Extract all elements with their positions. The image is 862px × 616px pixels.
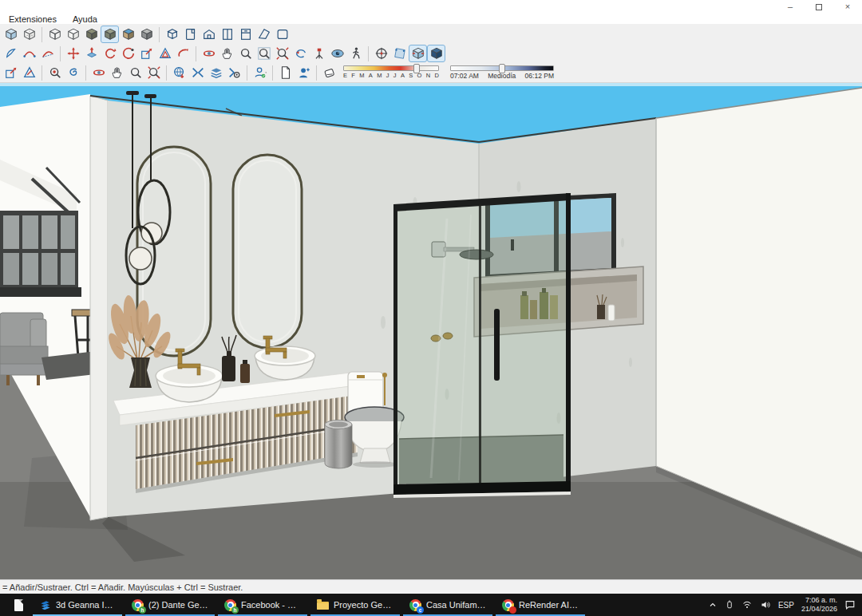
toolbar-separator bbox=[196, 46, 196, 61]
keyboard-language[interactable]: ESP bbox=[778, 601, 794, 610]
new-file-tool-icon bbox=[279, 65, 293, 80]
push-pull-tool-button[interactable] bbox=[82, 45, 101, 62]
extension-layers-button[interactable] bbox=[207, 64, 225, 81]
extension-flip-button[interactable] bbox=[188, 64, 207, 81]
toolbar-separator bbox=[368, 46, 369, 61]
zoom-photo-tool-button[interactable] bbox=[45, 64, 64, 81]
swirl-tool-icon bbox=[66, 65, 81, 80]
clock[interactable]: 7:06 a. m. 21/04/2026 bbox=[801, 596, 837, 614]
taskbar-app-2[interactable]: h(2) Dante Gebel #94... bbox=[125, 594, 216, 616]
colored-cube-button[interactable] bbox=[119, 26, 137, 43]
scale-tool-button[interactable] bbox=[137, 45, 156, 62]
hidden-line-cube-button[interactable] bbox=[64, 26, 82, 43]
menu-item-extensiones[interactable]: Extensiones bbox=[9, 14, 57, 24]
pie-tool-icon bbox=[4, 46, 18, 61]
walk-tool-button[interactable] bbox=[346, 45, 365, 62]
trash-can[interactable] bbox=[325, 421, 352, 469]
cabinet-tool-button[interactable] bbox=[236, 26, 255, 43]
zoom-photo-tool-icon bbox=[48, 65, 62, 80]
move-tool-button[interactable] bbox=[64, 45, 82, 62]
app-badge bbox=[509, 606, 516, 614]
orbit-tool-button[interactable] bbox=[200, 45, 218, 62]
wireframe-cube-button[interactable] bbox=[45, 26, 64, 43]
volume-icon[interactable] bbox=[760, 600, 771, 610]
zoom-tool-2-button[interactable] bbox=[126, 64, 144, 81]
shaded-cube-button[interactable] bbox=[82, 26, 101, 43]
scale-box-tool-button[interactable] bbox=[2, 64, 20, 81]
tray-chevron-up-icon[interactable] bbox=[708, 600, 718, 610]
pan-tool-2-button[interactable] bbox=[108, 64, 126, 81]
follow-me-tool-icon bbox=[121, 46, 136, 61]
previous-view-tool-button[interactable] bbox=[291, 45, 310, 62]
viewport-3d-scene[interactable] bbox=[0, 83, 862, 579]
zoom-extents-tool-2-button[interactable] bbox=[144, 64, 163, 81]
textured-cube-button[interactable] bbox=[101, 26, 119, 43]
pan-tool-button[interactable] bbox=[218, 45, 236, 62]
look-at-tool-button[interactable] bbox=[372, 45, 390, 62]
follow-me-tool-button[interactable] bbox=[119, 45, 137, 62]
two-point-arc-button[interactable] bbox=[20, 45, 38, 62]
section-fill-toggle-button[interactable] bbox=[427, 45, 445, 62]
scale-box-tool-icon bbox=[4, 65, 18, 80]
taskbar-app-1[interactable]: 3d Geanna Interior ... bbox=[32, 594, 123, 616]
swirl-tool-button[interactable] bbox=[64, 64, 82, 81]
month-label: J bbox=[386, 72, 389, 79]
shadow-month-slider[interactable] bbox=[343, 65, 439, 71]
taskbar-app-5[interactable]: cCasa Unifamiliar en... bbox=[402, 594, 493, 616]
section-plane-tool-button[interactable] bbox=[390, 45, 409, 62]
xray-cube-button[interactable] bbox=[2, 26, 20, 43]
extension-globe-button[interactable] bbox=[170, 64, 188, 81]
monochrome-cube-button[interactable] bbox=[137, 26, 156, 43]
mirror-right[interactable] bbox=[233, 155, 302, 348]
shaded-cube-icon bbox=[85, 27, 99, 41]
window-tool-button[interactable] bbox=[218, 26, 236, 43]
shadow-toggle-button[interactable] bbox=[320, 64, 338, 81]
sofa[interactable] bbox=[0, 313, 48, 385]
minimize-button[interactable]: – bbox=[776, 1, 805, 14]
rotate-tool-button[interactable] bbox=[101, 45, 119, 62]
orbit-tool-2-button[interactable] bbox=[89, 64, 108, 81]
new-file-tool-button[interactable] bbox=[276, 64, 295, 81]
axes-warning-tool-button[interactable] bbox=[20, 64, 38, 81]
house-tool-button[interactable] bbox=[200, 26, 218, 43]
folder-icon bbox=[317, 599, 329, 611]
add-person-tool-button[interactable] bbox=[295, 64, 313, 81]
account-menu-button[interactable] bbox=[251, 64, 269, 81]
orbit-tool-2-icon bbox=[92, 65, 106, 80]
title-bar: – × bbox=[0, 0, 862, 14]
shower-enclosure[interactable] bbox=[393, 193, 571, 498]
look-around-tool-button[interactable] bbox=[328, 45, 346, 62]
shadow-time-slider[interactable] bbox=[450, 65, 554, 71]
section-display-toggle-button[interactable] bbox=[409, 45, 427, 62]
pie-tool-button[interactable] bbox=[2, 45, 20, 62]
extension-gear-button[interactable] bbox=[225, 64, 243, 81]
maximize-button[interactable] bbox=[805, 1, 833, 14]
taskbar-app-4[interactable]: Proyecto Geanna 4 bbox=[310, 594, 401, 616]
zoom-extents-tool-button[interactable] bbox=[273, 45, 291, 62]
roof-tool-button[interactable] bbox=[255, 26, 273, 43]
taskbar-app-3[interactable]: hFacebook - Google ... bbox=[217, 594, 308, 616]
wifi-icon[interactable] bbox=[741, 600, 753, 610]
shadow-toggle-icon bbox=[322, 65, 337, 80]
panel-tool-button[interactable] bbox=[273, 26, 291, 43]
left-room-window[interactable] bbox=[0, 211, 81, 297]
shadow-time-handle[interactable] bbox=[499, 64, 505, 73]
toolbar-row-2 bbox=[2, 44, 862, 63]
action-center-icon[interactable] bbox=[844, 599, 856, 610]
component-box-button[interactable] bbox=[163, 26, 181, 43]
axes-rotate-tool-button[interactable] bbox=[174, 45, 192, 62]
back-edges-cube-button[interactable] bbox=[20, 26, 38, 43]
position-camera-tool-button[interactable] bbox=[310, 45, 328, 62]
pinned-file-app-button[interactable] bbox=[5, 594, 32, 616]
close-button[interactable]: × bbox=[833, 1, 862, 14]
offset-tool-button[interactable] bbox=[156, 45, 174, 62]
door-tool-button[interactable] bbox=[181, 26, 200, 43]
taskbar-app-6[interactable]: ReRender AI: Herra... bbox=[495, 594, 586, 616]
status-hint-text: = Añadir/Sustraer. Ctrl = Añadir. Mayúsc… bbox=[2, 582, 243, 592]
shadow-month-handle[interactable] bbox=[413, 64, 420, 73]
zoom-window-tool-button[interactable] bbox=[255, 45, 273, 62]
three-point-arc-button[interactable] bbox=[38, 45, 57, 62]
menu-item-ayuda[interactable]: Ayuda bbox=[73, 14, 97, 24]
usb-device-icon[interactable] bbox=[725, 599, 734, 610]
zoom-tool-button[interactable] bbox=[236, 45, 255, 62]
